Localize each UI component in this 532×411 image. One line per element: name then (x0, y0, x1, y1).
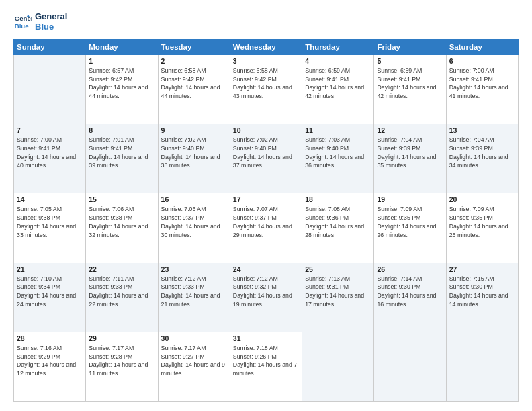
day-cell: 15Sunrise: 7:06 AMSunset: 9:38 PMDayligh… (86, 193, 158, 263)
day-cell: 27Sunrise: 7:15 AMSunset: 9:30 PMDayligh… (446, 263, 518, 332)
day-cell: 8Sunrise: 7:01 AMSunset: 9:41 PMDaylight… (86, 124, 158, 193)
day-info: Sunrise: 7:16 AMSunset: 9:29 PMDaylight:… (17, 344, 83, 378)
col-header-saturday: Saturday (446, 39, 518, 54)
calendar-header-row: SundayMondayTuesdayWednesdayThursdayFrid… (14, 39, 519, 54)
day-info: Sunrise: 7:00 AMSunset: 9:41 PMDaylight:… (449, 66, 515, 101)
col-header-wednesday: Wednesday (230, 39, 302, 54)
day-info: Sunrise: 7:03 AMSunset: 9:40 PMDaylight:… (305, 136, 371, 170)
day-cell (14, 54, 86, 124)
logo-general: General (35, 12, 67, 22)
day-number: 3 (233, 57, 299, 65)
day-info: Sunrise: 6:58 AMSunset: 9:42 PMDaylight:… (161, 66, 227, 101)
day-cell: 1Sunrise: 6:57 AMSunset: 9:42 PMDaylight… (86, 54, 158, 124)
day-number: 16 (161, 195, 227, 203)
day-cell: 30Sunrise: 7:17 AMSunset: 9:27 PMDayligh… (158, 332, 230, 401)
day-number: 6 (449, 57, 515, 65)
day-cell: 22Sunrise: 7:11 AMSunset: 9:33 PMDayligh… (86, 263, 158, 332)
day-number: 23 (161, 265, 227, 273)
day-cell (446, 332, 518, 401)
day-info: Sunrise: 7:12 AMSunset: 9:33 PMDaylight:… (161, 275, 227, 309)
day-info: Sunrise: 7:04 AMSunset: 9:39 PMDaylight:… (377, 136, 443, 170)
day-info: Sunrise: 7:12 AMSunset: 9:32 PMDaylight:… (233, 275, 299, 309)
day-info: Sunrise: 7:17 AMSunset: 9:27 PMDaylight:… (161, 344, 227, 378)
day-number: 20 (449, 195, 515, 203)
day-cell: 21Sunrise: 7:10 AMSunset: 9:34 PMDayligh… (14, 263, 86, 332)
day-info: Sunrise: 7:09 AMSunset: 9:35 PMDaylight:… (449, 205, 515, 239)
logo: General Blue General Blue (13, 12, 67, 32)
col-header-friday: Friday (374, 39, 446, 54)
day-cell: 16Sunrise: 7:06 AMSunset: 9:37 PMDayligh… (158, 193, 230, 263)
day-number: 14 (17, 195, 83, 203)
day-cell: 28Sunrise: 7:16 AMSunset: 9:29 PMDayligh… (14, 332, 86, 401)
week-row-1: 1Sunrise: 6:57 AMSunset: 9:42 PMDaylight… (14, 54, 519, 124)
day-cell (374, 332, 446, 401)
day-info: Sunrise: 7:08 AMSunset: 9:36 PMDaylight:… (305, 205, 371, 239)
day-info: Sunrise: 6:59 AMSunset: 9:41 PMDaylight:… (305, 66, 371, 101)
calendar-table: SundayMondayTuesdayWednesdayThursdayFrid… (13, 39, 519, 402)
logo-blue: Blue (35, 22, 67, 32)
day-cell: 13Sunrise: 7:04 AMSunset: 9:39 PMDayligh… (446, 124, 518, 193)
svg-text:Blue: Blue (15, 22, 29, 30)
day-cell: 9Sunrise: 7:02 AMSunset: 9:40 PMDaylight… (158, 124, 230, 193)
day-cell: 24Sunrise: 7:12 AMSunset: 9:32 PMDayligh… (230, 263, 302, 332)
day-info: Sunrise: 7:14 AMSunset: 9:30 PMDaylight:… (377, 275, 443, 309)
day-cell: 18Sunrise: 7:08 AMSunset: 9:36 PMDayligh… (302, 193, 374, 263)
day-cell: 31Sunrise: 7:18 AMSunset: 9:26 PMDayligh… (230, 332, 302, 401)
day-info: Sunrise: 7:06 AMSunset: 9:37 PMDaylight:… (161, 205, 227, 239)
day-info: Sunrise: 7:09 AMSunset: 9:35 PMDaylight:… (377, 205, 443, 239)
day-cell (302, 332, 374, 401)
day-cell: 4Sunrise: 6:59 AMSunset: 9:41 PMDaylight… (302, 54, 374, 124)
day-number: 1 (89, 57, 154, 65)
day-number: 28 (17, 334, 83, 342)
day-info: Sunrise: 7:05 AMSunset: 9:38 PMDaylight:… (17, 205, 83, 239)
day-number: 29 (89, 334, 154, 342)
day-number: 8 (89, 126, 154, 134)
day-cell: 20Sunrise: 7:09 AMSunset: 9:35 PMDayligh… (446, 193, 518, 263)
day-info: Sunrise: 7:01 AMSunset: 9:41 PMDaylight:… (89, 136, 154, 170)
day-info: Sunrise: 6:59 AMSunset: 9:41 PMDaylight:… (377, 66, 443, 101)
col-header-sunday: Sunday (14, 39, 86, 54)
day-cell: 26Sunrise: 7:14 AMSunset: 9:30 PMDayligh… (374, 263, 446, 332)
day-cell: 10Sunrise: 7:02 AMSunset: 9:40 PMDayligh… (230, 124, 302, 193)
week-row-2: 7Sunrise: 7:00 AMSunset: 9:41 PMDaylight… (14, 124, 519, 193)
calendar-page: General Blue General Blue SundayMondayTu… (0, 0, 532, 411)
logo-icon: General Blue (13, 13, 32, 32)
day-cell: 23Sunrise: 7:12 AMSunset: 9:33 PMDayligh… (158, 263, 230, 332)
day-number: 17 (233, 195, 299, 203)
day-number: 21 (17, 265, 83, 273)
day-cell: 11Sunrise: 7:03 AMSunset: 9:40 PMDayligh… (302, 124, 374, 193)
day-cell: 6Sunrise: 7:00 AMSunset: 9:41 PMDaylight… (446, 54, 518, 124)
day-info: Sunrise: 7:00 AMSunset: 9:41 PMDaylight:… (17, 136, 83, 170)
day-cell: 7Sunrise: 7:00 AMSunset: 9:41 PMDaylight… (14, 124, 86, 193)
day-cell: 2Sunrise: 6:58 AMSunset: 9:42 PMDaylight… (158, 54, 230, 124)
day-number: 26 (377, 265, 443, 273)
day-cell: 17Sunrise: 7:07 AMSunset: 9:37 PMDayligh… (230, 193, 302, 263)
day-number: 18 (305, 195, 371, 203)
day-number: 24 (233, 265, 299, 273)
day-number: 30 (161, 334, 227, 342)
day-number: 25 (305, 265, 371, 273)
day-cell: 14Sunrise: 7:05 AMSunset: 9:38 PMDayligh… (14, 193, 86, 263)
day-cell: 5Sunrise: 6:59 AMSunset: 9:41 PMDaylight… (374, 54, 446, 124)
day-info: Sunrise: 7:02 AMSunset: 9:40 PMDaylight:… (233, 136, 299, 170)
day-info: Sunrise: 7:04 AMSunset: 9:39 PMDaylight:… (449, 136, 515, 170)
day-info: Sunrise: 6:57 AMSunset: 9:42 PMDaylight:… (89, 66, 154, 101)
header: General Blue General Blue (13, 12, 519, 32)
day-number: 2 (161, 57, 227, 65)
col-header-monday: Monday (86, 39, 158, 54)
day-cell: 19Sunrise: 7:09 AMSunset: 9:35 PMDayligh… (374, 193, 446, 263)
svg-text:General: General (15, 15, 32, 22)
day-info: Sunrise: 6:58 AMSunset: 9:42 PMDaylight:… (233, 66, 299, 101)
day-number: 4 (305, 57, 371, 65)
day-number: 10 (233, 126, 299, 134)
calendar-body: 1Sunrise: 6:57 AMSunset: 9:42 PMDaylight… (14, 54, 519, 401)
day-number: 27 (449, 265, 515, 273)
day-cell: 3Sunrise: 6:58 AMSunset: 9:42 PMDaylight… (230, 54, 302, 124)
day-info: Sunrise: 7:07 AMSunset: 9:37 PMDaylight:… (233, 205, 299, 239)
col-header-tuesday: Tuesday (158, 39, 230, 54)
day-number: 7 (17, 126, 83, 134)
day-info: Sunrise: 7:02 AMSunset: 9:40 PMDaylight:… (161, 136, 227, 170)
day-number: 13 (449, 126, 515, 134)
day-number: 15 (89, 195, 154, 203)
day-info: Sunrise: 7:11 AMSunset: 9:33 PMDaylight:… (89, 275, 154, 309)
